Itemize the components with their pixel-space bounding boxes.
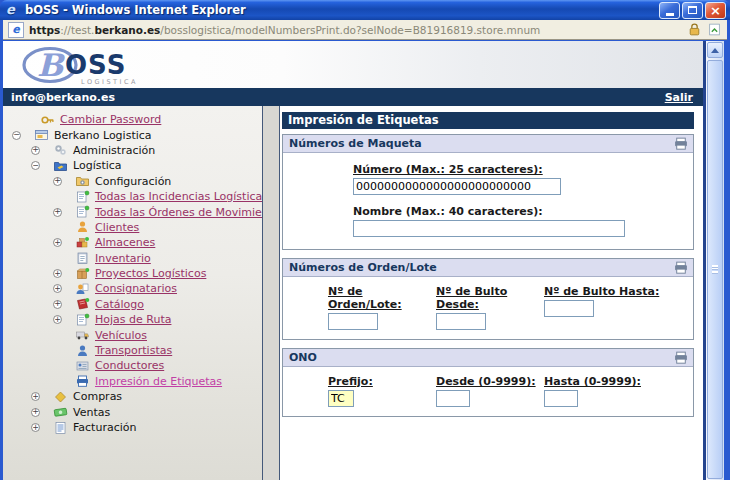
tree-item-label[interactable]: Catálogo [95, 298, 144, 311]
tree-item-label[interactable]: Administración [73, 144, 155, 157]
expand-toggle-icon[interactable] [53, 269, 62, 278]
prefijo-label: Prefijo: [328, 375, 436, 388]
tree-item-transportistas[interactable]: Transportistas [3, 343, 262, 358]
bulto-desde-input[interactable] [436, 313, 486, 330]
section-header: Números de Orden/Lote [283, 259, 693, 277]
expand-toggle-icon[interactable] [31, 423, 40, 432]
app-window-icon [34, 128, 49, 142]
tree-item-label[interactable]: Consignatarios [95, 282, 177, 295]
tree-item-label[interactable]: Impresión de Etiquetas [95, 375, 222, 388]
tree-item-facturacion[interactable]: Facturación [3, 420, 262, 435]
key-icon [40, 113, 55, 127]
tree-item-clientes[interactable]: Clientes [3, 220, 262, 235]
expand-toggle-icon[interactable] [53, 284, 62, 293]
tree-item-compras[interactable]: Compras [3, 389, 262, 404]
go-page-icon[interactable] [707, 22, 722, 37]
expand-toggle-icon[interactable] [53, 177, 62, 186]
url-subdomain: ://test. [60, 24, 94, 36]
address-url-input[interactable]: https://test.berkano.es/bosslogistica/mo… [29, 24, 682, 36]
bulto-desde-label: Nº de Bulto Desde: [436, 285, 544, 311]
printer-icon[interactable] [673, 136, 689, 151]
svg-text:OSS: OSS [65, 50, 126, 80]
tree-item-label[interactable]: Almacenes [95, 236, 155, 249]
scroll-up-button[interactable] [707, 42, 723, 58]
minimize-button[interactable] [659, 2, 680, 19]
maximize-button[interactable] [682, 2, 703, 19]
scrollbar-thumb[interactable] [707, 60, 723, 479]
tree-item-label[interactable]: Vehículos [95, 329, 147, 342]
prefijo-input[interactable] [328, 390, 354, 407]
tree-item-impresion-etiquetas[interactable]: Impresión de Etiquetas [3, 374, 262, 389]
collapse-toggle-icon[interactable] [12, 131, 21, 140]
clipboard-icon [75, 251, 90, 265]
bulto-hasta-input[interactable] [544, 300, 594, 317]
expand-toggle-icon[interactable] [53, 238, 62, 247]
tree-item-incidencias-logisticas[interactable]: Todas las Incidencias Logísticas [3, 189, 262, 204]
tree-item-label[interactable]: Berkano Logistica [54, 129, 152, 142]
ssl-lock-icon[interactable] [687, 22, 702, 37]
tree-item-administracion[interactable]: Administración [3, 143, 262, 158]
tree-item-label[interactable]: Logística [73, 159, 122, 172]
invoice-icon [53, 421, 68, 435]
vertical-scrollbar[interactable] [706, 41, 724, 480]
document-status-icon [75, 190, 90, 204]
ono-desde-input[interactable] [436, 390, 470, 407]
person-orange-icon [75, 220, 90, 234]
numero-label: Número (Max.: 25 caracteres): [353, 163, 693, 176]
section-header: Números de Maqueta [283, 135, 693, 153]
tree-item-label[interactable]: Cambiar Password [60, 113, 161, 126]
collapse-toggle-icon[interactable] [31, 161, 40, 170]
panel-divider [263, 106, 279, 480]
svg-text:B: B [37, 47, 66, 83]
scrollbar-grip [712, 268, 718, 270]
tree-item-cambiar-password[interactable]: Cambiar Password [3, 112, 262, 127]
catalog-book-icon [75, 297, 90, 311]
numero-input[interactable] [353, 178, 561, 195]
expand-toggle-icon[interactable] [31, 146, 40, 155]
tree-item-conductores[interactable]: Conductores [3, 358, 262, 373]
tree-item-ventas[interactable]: Ventas [3, 404, 262, 419]
logout-link[interactable]: Salir [665, 91, 693, 104]
section-title: Números de Orden/Lote [289, 261, 673, 274]
url-scheme: https [29, 24, 60, 36]
tree-item-label[interactable]: Todas las Incidencias Logísticas [95, 190, 263, 203]
expand-toggle-icon[interactable] [31, 392, 40, 401]
printer-icon[interactable] [673, 350, 689, 365]
logo-band: B OSS LOGISTICA [3, 41, 703, 88]
nombre-input[interactable] [353, 220, 625, 237]
truck-icon [75, 328, 90, 342]
tree-item-almacenes[interactable]: Almacenes [3, 235, 262, 250]
printer-icon[interactable] [673, 260, 689, 275]
expand-toggle-icon[interactable] [53, 208, 62, 217]
tree-item-label[interactable]: Compras [73, 390, 122, 403]
tree-item-inventario[interactable]: Inventario [3, 251, 262, 266]
tree-item-logistica[interactable]: Logística [3, 158, 262, 173]
close-button[interactable]: × [705, 2, 726, 19]
sales-money-icon [53, 405, 68, 419]
expand-toggle-icon[interactable] [53, 315, 62, 324]
tree-item-configuracion[interactable]: Configuración [3, 174, 262, 189]
tree-item-vehiculos[interactable]: Vehículos [3, 327, 262, 342]
tree-item-label[interactable]: Conductores [95, 359, 164, 372]
tree-item-hojas-de-ruta[interactable]: Hojas de Ruta [3, 312, 262, 327]
tree-item-label[interactable]: Facturación [73, 421, 136, 434]
tree-item-label[interactable]: Configuración [95, 175, 171, 188]
tree-item-berkano-logistica[interactable]: Berkano Logistica [3, 127, 262, 142]
tree-item-proyectos-logisticos[interactable]: Proyectos Logísticos [3, 266, 262, 281]
orden-lote-input[interactable] [328, 313, 378, 330]
tree-item-catalogo[interactable]: Catálogo [3, 297, 262, 312]
tree-item-ordenes-movimiento[interactable]: Todas las Órdenes de Movimiento [3, 204, 262, 219]
tree-item-consignatarios[interactable]: Consignatarios [3, 281, 262, 296]
tree-item-label[interactable]: Todas las Órdenes de Movimiento [95, 206, 263, 219]
tree-item-label[interactable]: Hojas de Ruta [95, 313, 171, 326]
expand-toggle-icon[interactable] [31, 408, 40, 417]
tree-item-label[interactable]: Clientes [95, 221, 139, 234]
tree-item-label[interactable]: Inventario [95, 252, 151, 265]
tree-item-label[interactable]: Ventas [73, 406, 110, 419]
page-content: B OSS LOGISTICA info@berkano.es Salir Ca… [3, 41, 706, 480]
ono-hasta-input[interactable] [544, 390, 578, 407]
expand-toggle-icon[interactable] [53, 300, 62, 309]
tree-item-label[interactable]: Transportistas [95, 344, 172, 357]
tree-item-label[interactable]: Proyectos Logísticos [95, 267, 206, 280]
ono-hasta-label: Hasta (0-9999): [544, 375, 641, 388]
